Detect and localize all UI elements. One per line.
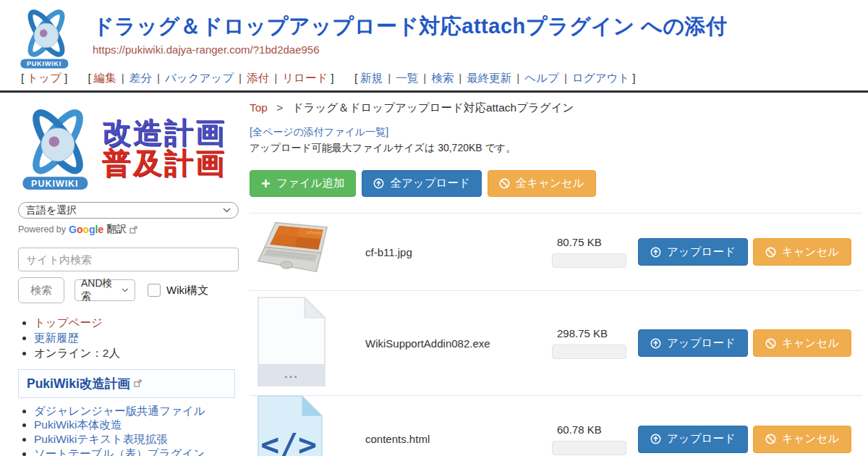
google-translate-attribution: Powered by Google 翻訳 xyxy=(18,223,239,236)
nav-link-top[interactable]: トップ xyxy=(27,72,61,84)
max-upload-size-text: アップロード可能最大ファイルサイズは 30,720KB です。 xyxy=(250,142,862,155)
list-item: オンライン：2人 xyxy=(34,347,239,360)
nav-link-search[interactable]: 検索 xyxy=(431,72,454,84)
add-file-button[interactable]: ファイル追加 xyxy=(250,170,356,197)
upload-circle-icon xyxy=(373,178,384,189)
search-button[interactable]: 検索 xyxy=(18,277,64,303)
file-meta: 60.78 KB xyxy=(552,423,627,455)
main-content: Top > ドラッグ＆ドロップアップロード対応attachプラグイン [全ページ… xyxy=(250,100,868,456)
search-controls: 検索 AND検索 Wiki構文 xyxy=(18,277,239,303)
wiki-syntax-label: Wiki構文 xyxy=(166,284,208,297)
top-navbar: [トップ] [編集|差分|バックアップ|添付|リロード] [新規|一覧|検索|最… xyxy=(0,69,868,90)
banner-line1: 改造計画 xyxy=(102,117,226,148)
upload-all-button[interactable]: 全アップロード xyxy=(362,170,481,197)
translate-label: 翻訳 xyxy=(106,223,127,236)
sidebar-item-top-page[interactable]: トップページ xyxy=(34,316,103,329)
external-link-icon xyxy=(134,379,142,387)
nav-link-list[interactable]: 一覧 xyxy=(396,72,418,84)
file-name: cf-b11.jpg xyxy=(365,246,552,258)
upload-button[interactable]: アップロード xyxy=(638,426,748,453)
upload-button[interactable]: アップロード xyxy=(638,238,748,266)
file-name: contents.html xyxy=(365,433,552,445)
nav-link-diff[interactable]: 差分 xyxy=(129,72,152,84)
cancel-button[interactable]: キャンセル xyxy=(753,426,851,453)
action-bar: ファイル追加 全アップロード 全キャンセル xyxy=(250,170,862,197)
banner-line2: 普及計画 xyxy=(102,148,226,178)
svg-text:PUKIWIKI: PUKIWIKI xyxy=(31,179,78,189)
sidebar-item-sort-table[interactable]: ソートテーブル（表）プラグイン xyxy=(34,447,205,456)
nav-link-reload[interactable]: リロード xyxy=(282,72,328,84)
nav-link-recent[interactable]: 最終更新 xyxy=(467,72,511,84)
page-header: PUKIWIKI ドラッグ＆ドロップアップロード対応attachプラグイン への… xyxy=(0,0,868,69)
laptop-photo-thumbnail: Let'snote xyxy=(257,221,336,280)
file-row-actions: アップロード キャンセル xyxy=(638,238,851,266)
sidebar-item-core-mod[interactable]: PukiWiki本体改造 xyxy=(34,418,122,431)
cancel-button[interactable]: キャンセル xyxy=(753,238,851,266)
upload-circle-icon xyxy=(650,247,661,258)
wiki-syntax-checkbox[interactable] xyxy=(148,284,161,297)
breadcrumb-home-link[interactable]: Top xyxy=(250,101,268,114)
page-title: ドラッグ＆ドロップアップロード対応attachプラグイン への添付 xyxy=(93,14,728,38)
file-meta: 298.75 KB xyxy=(552,327,627,359)
sidebar-section-header[interactable]: PukiWiki改造計画 xyxy=(18,369,235,398)
nav-group-top: [トップ] xyxy=(18,72,70,84)
sidebar-link-list-bottom: ダジャレンジャー版共通ファイル PukiWiki本体改造 PukiWikiテキス… xyxy=(18,405,239,456)
nav-link-backup[interactable]: バックアップ xyxy=(165,72,234,84)
all-attachments-link[interactable]: [全ページの添付ファイル一覧] xyxy=(250,126,388,139)
pukiwiki-logo-icon: PUKIWIKI xyxy=(16,6,77,69)
file-row-actions: アップロード キャンセル xyxy=(638,329,851,357)
nav-link-new[interactable]: 新規 xyxy=(360,72,383,84)
ban-circle-icon xyxy=(499,178,510,189)
svg-text:...: ... xyxy=(284,367,299,381)
google-wordmark: Google xyxy=(69,224,103,235)
cancel-all-button[interactable]: 全キャンセル xyxy=(488,170,596,197)
upload-circle-icon xyxy=(650,338,661,349)
sidebar-banner[interactable]: PUKIWIKI 改造計画 普及計画 xyxy=(18,103,239,193)
sidebar-link-list-top: トップページ 更新履歴 オンライン：2人 xyxy=(18,316,239,360)
plus-icon xyxy=(261,179,271,188)
list-item: 更新履歴 xyxy=(34,332,239,345)
html-code-file-icon: </> xyxy=(257,394,323,456)
language-select-value: 言語を選択 xyxy=(26,204,77,217)
page-url[interactable]: https://pukiwiki.dajya-ranger.com/?1bd2d… xyxy=(93,43,728,56)
sidebar-item-text-extension[interactable]: PukiWikiテキスト表現拡張 xyxy=(34,433,168,445)
nav-link-help[interactable]: ヘルプ xyxy=(524,72,559,84)
sidebar: PUKIWIKI 改造計画 普及計画 言語を選択 Powered by Goog… xyxy=(18,100,239,456)
ban-circle-icon xyxy=(765,247,776,258)
ban-circle-icon xyxy=(765,338,776,349)
upload-circle-icon xyxy=(650,434,661,444)
upload-progress-bar xyxy=(552,253,626,268)
site-search-input[interactable] xyxy=(18,248,239,271)
file-thumbnail: ... xyxy=(250,296,365,390)
upload-button[interactable]: アップロード xyxy=(638,329,748,357)
chevron-down-icon xyxy=(223,208,231,213)
file-row: ... WikiSupportAddin082.exe 298.75 KB アッ… xyxy=(250,291,862,396)
cancel-button[interactable]: キャンセル xyxy=(753,329,851,357)
search-mode-select[interactable]: AND検索 xyxy=(75,279,135,301)
list-item: PukiWikiテキスト表現拡張 xyxy=(34,433,239,447)
chevron-down-icon xyxy=(122,288,129,292)
file-thumbnail: Let'snote xyxy=(250,221,365,283)
breadcrumb: Top > ドラッグ＆ドロップアップロード対応attachプラグイン xyxy=(250,101,862,116)
banner-text: 改造計画 普及計画 xyxy=(102,117,226,178)
header-text: ドラッグ＆ドロップアップロード対応attachプラグイン への添付 https:… xyxy=(93,6,728,69)
file-size: 298.75 KB xyxy=(557,327,627,339)
nav-link-logout[interactable]: ログアウト xyxy=(572,72,629,84)
sidebar-item-update-history[interactable]: 更新履歴 xyxy=(34,332,79,344)
nav-link-attach[interactable]: 添付 xyxy=(247,72,269,84)
search-mode-value: AND検索 xyxy=(81,277,122,303)
sidebar-item-online-count: オンライン：2人 xyxy=(34,347,120,359)
sidebar-section-title: PukiWiki改造計画 xyxy=(27,375,130,392)
file-row-actions: アップロード キャンセル xyxy=(638,426,851,453)
nav-group-site: [新規|一覧|検索|最終更新|ヘルプ|ログアウト] xyxy=(352,72,639,84)
list-item: ダジャレンジャー版共通ファイル xyxy=(34,405,239,418)
language-select[interactable]: 言語を選択 xyxy=(18,202,239,219)
file-name: WikiSupportAddin082.exe xyxy=(365,337,552,350)
file-thumbnail: </> xyxy=(250,394,365,456)
sidebar-item-common-files[interactable]: ダジャレンジャー版共通ファイル xyxy=(34,405,205,417)
file-meta: 80.75 KB xyxy=(552,236,627,268)
list-item: ソートテーブル（表）プラグイン xyxy=(34,447,239,456)
nav-link-edit[interactable]: 編集 xyxy=(94,72,116,84)
svg-text:PUKIWIKI: PUKIWIKI xyxy=(27,60,61,67)
external-link-icon xyxy=(129,226,137,234)
